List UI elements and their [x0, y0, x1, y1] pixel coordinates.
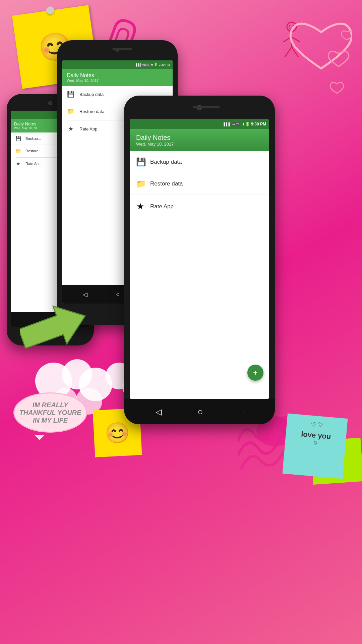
signal-icon-front: ▐▐▐ [223, 122, 230, 126]
status-bar-front: ▐▐▐ VoLTE H 🔋 9:39 PM [130, 119, 269, 129]
recents-nav-front[interactable]: □ [239, 408, 243, 416]
rate-icon-left: ★ [14, 161, 22, 166]
home-nav-center[interactable]: ○ [116, 291, 120, 298]
restore-icon-left: 📁 [14, 148, 22, 154]
speaker-center [112, 48, 132, 50]
home-nav-front[interactable]: ○ [197, 407, 203, 417]
backup-icon-center: 💾 [67, 91, 75, 98]
fab-button[interactable]: + [247, 365, 263, 381]
phone-screen-front: ▐▐▐ VoLTE H 🔋 9:39 PM Daily Notes Wed, M… [130, 119, 269, 399]
time-center: 9:39 PM [159, 63, 170, 66]
camera-dot-left [48, 101, 52, 105]
app-title-center: Daily Notes [67, 72, 168, 78]
backup-icon-left: 💾 [14, 136, 22, 141]
battery-icon-front: 🔋 [245, 122, 250, 126]
phone-device-front: ▐▐▐ VoLTE H 🔋 9:39 PM Daily Notes Wed, M… [124, 96, 275, 424]
restore-label-left: Restore... [25, 149, 42, 153]
volte-badge-front: VoLTE [231, 122, 240, 126]
backup-label-front: Backup data [150, 159, 182, 165]
restore-icon-center: 📁 [67, 108, 75, 115]
speech-bubble: IM REALLY THANKFUL YOURE IN MY LIFE [13, 392, 87, 433]
fab-icon: + [253, 368, 258, 377]
restore-label-front: Restore data [150, 180, 183, 187]
phone-front-right: ▐▐▐ VoLTE H 🔋 9:39 PM Daily Notes Wed, M… [124, 96, 275, 424]
status-icons-center: ▐▐▐ VoLTE H 🔋 9:39 PM [135, 63, 170, 66]
app-title-front: Daily Notes [136, 134, 263, 142]
sticky-note-teal: ♡ ♡ love you ☺ [282, 413, 348, 479]
rate-icon-front: ★ [136, 201, 144, 212]
menu-list-front: 💾 Backup data 📁 Restore data ★ Rate App [130, 151, 269, 399]
back-nav-center[interactable]: ◁ [83, 291, 87, 298]
back-nav-front[interactable]: ◁ [156, 407, 162, 417]
restore-icon-front: 📁 [136, 179, 144, 189]
app-date-front: Wed, May 10, 2017 [136, 142, 263, 147]
restore-label-center: Restore data [79, 109, 104, 114]
speaker-front [193, 106, 220, 108]
status-bar-center: ▐▐▐ VoLTE H 🔋 9:39 PM [62, 60, 173, 69]
backup-label-center: Backup data [79, 92, 104, 97]
nav-bar-front: ◁ ○ □ [124, 399, 275, 424]
network-icon-front: H [241, 122, 244, 126]
app-header-front: Daily Notes Wed, May 10, 2017 [130, 129, 269, 151]
rate-label-left: Rate Ap... [25, 162, 42, 166]
status-icons-front: ▐▐▐ VoLTE H 🔋 9:39 PM [223, 122, 266, 126]
wifi-icon-center: H [151, 63, 153, 66]
app-date-center: Wed, May 10, 2017 [67, 78, 168, 83]
volte-badge: VoLTE [141, 63, 150, 66]
time-front: 9:39 PM [251, 122, 266, 126]
app-header-center: Daily Notes Wed, May 10, 2017 [62, 69, 173, 86]
speech-bubble-text: IM REALLY THANKFUL YOURE IN MY LIFE [18, 401, 83, 424]
signal-icon-center: ▐▐▐ [135, 63, 140, 66]
battery-icon-center: 🔋 [154, 63, 158, 66]
rate-label-front: Rate App [150, 203, 174, 210]
backup-label-left: Backup... [25, 137, 41, 141]
backup-item-front[interactable]: 💾 Backup data [130, 151, 269, 173]
svg-marker-8 [20, 301, 87, 354]
rate-item-front[interactable]: ★ Rate App [130, 195, 269, 218]
arrow-icon [20, 301, 87, 356]
rate-icon-center: ★ [67, 125, 75, 132]
restore-item-front[interactable]: 📁 Restore data [130, 173, 269, 195]
heart-decoration-group [285, 10, 352, 105]
backup-icon-front: 💾 [136, 157, 144, 167]
rate-label-center: Rate App [79, 126, 98, 131]
